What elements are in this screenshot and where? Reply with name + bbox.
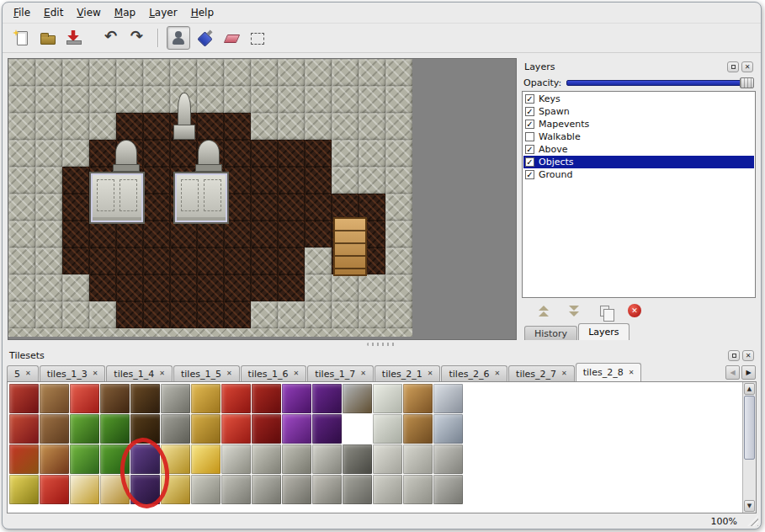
layer-row-ground[interactable]: ✓Ground (523, 168, 754, 181)
scrollbar-thumb[interactable] (744, 396, 755, 460)
layer-row-mapevents[interactable]: ✓Mapevents (523, 118, 754, 130)
tileset-tab-tiles_2_6[interactable]: tiles_2_6✕ (441, 365, 507, 381)
tile-loom-wood[interactable] (40, 384, 69, 413)
tile-obelisk-dark[interactable] (343, 444, 372, 474)
tab-close-icon[interactable]: ✕ (294, 370, 300, 377)
scrollbar-track[interactable] (744, 396, 755, 499)
tile-gold-pile[interactable] (191, 444, 220, 474)
tile-stone-door-bottom[interactable] (161, 414, 190, 444)
new-tool-button[interactable] (9, 26, 33, 50)
tab-close-icon[interactable]: ✕ (25, 370, 31, 377)
tileset-scrollbar[interactable]: ▲ ▼ (742, 382, 756, 513)
tileset-tab-tiles_1_7[interactable]: tiles_1_7✕ (307, 365, 374, 381)
scroll-down-button[interactable]: ▼ (744, 500, 755, 512)
tile-throne-purple-back[interactable] (312, 384, 342, 413)
tileset-tab-tiles_1_3[interactable]: tiles_1_3✕ (40, 365, 106, 381)
layer-visibility-checkbox[interactable]: ✓ (525, 120, 534, 129)
tileset-tab-5[interactable]: 5✕ (7, 365, 39, 381)
tile-stone-block[interactable] (373, 444, 402, 474)
tile-scepter-gold[interactable] (70, 475, 99, 504)
tile-statue-base[interactable] (221, 475, 251, 504)
layer-visibility-checkbox[interactable]: ✓ (525, 107, 534, 116)
delete-layer-button[interactable]: ✕ (626, 302, 643, 319)
scroll-tabs-left-button[interactable]: ◀ (725, 365, 740, 380)
splitter-handle[interactable] (3, 340, 761, 348)
tab-close-icon[interactable]: ✕ (561, 370, 567, 377)
save-tool-button[interactable] (61, 26, 85, 50)
tileset-tab-tiles_2_7[interactable]: tiles_2_7✕ (508, 365, 575, 381)
tile-pedestal[interactable] (343, 475, 372, 504)
resize-grip[interactable] (747, 515, 758, 526)
tile-chest-wood[interactable] (403, 384, 433, 413)
map-object-gravestone[interactable] (195, 140, 222, 172)
tile-shelf-light-2[interactable] (373, 414, 402, 444)
menu-view[interactable]: View (71, 4, 106, 21)
tile-bush-green[interactable] (100, 444, 130, 474)
scroll-up-button[interactable]: ▲ (744, 383, 755, 395)
map-object-cabinet[interactable] (89, 172, 145, 224)
tile-loom-wood-2[interactable] (40, 414, 69, 444)
tile-plant-small[interactable] (70, 444, 99, 474)
menu-edit[interactable]: Edit (38, 4, 69, 21)
tile-statue-angel[interactable] (221, 444, 251, 474)
tile-cabinet-dark-top[interactable] (130, 384, 160, 413)
layer-row-walkable[interactable]: Walkable (523, 130, 754, 143)
tile-cushion-red[interactable] (70, 384, 99, 413)
tile-armor-knight[interactable] (433, 414, 463, 444)
map-object-statue[interactable] (172, 93, 197, 140)
layer-visibility-checkbox[interactable]: ✓ (525, 170, 534, 179)
map-object-cabinet[interactable] (173, 172, 229, 224)
tile-banner-gold-red[interactable] (9, 444, 39, 474)
layer-visibility-checkbox[interactable]: ✓ (525, 94, 534, 104)
tab-close-icon[interactable]: ✕ (428, 370, 433, 377)
undo-tool-button[interactable] (100, 26, 124, 50)
tile-statue-winged[interactable] (312, 444, 342, 474)
stamp-tool-button[interactable] (167, 26, 190, 50)
menu-map[interactable]: Map (109, 4, 141, 21)
move-layer-down-button[interactable] (566, 302, 582, 319)
select-tool-button[interactable] (245, 26, 268, 50)
tile-gargoyle-base-right[interactable] (282, 475, 311, 504)
tab-close-icon[interactable]: ✕ (93, 370, 98, 377)
opacity-slider[interactable] (566, 77, 754, 89)
tile-plant-potted[interactable] (70, 414, 99, 444)
map-object-dresser[interactable] (333, 217, 367, 276)
close-panel-button[interactable]: ✕ (742, 350, 754, 361)
layer-visibility-checkbox[interactable]: ✓ (525, 157, 534, 167)
opacity-slider-handle[interactable] (740, 77, 754, 88)
map-canvas[interactable] (8, 59, 412, 337)
tileset-tab-tiles_1_5[interactable]: tiles_1_5✕ (173, 365, 240, 381)
tab-close-icon[interactable]: ✕ (494, 370, 500, 377)
tile-bookshelf[interactable] (40, 444, 69, 474)
tile-stone-block-4[interactable] (403, 475, 433, 504)
tile-banner-yellow[interactable] (9, 475, 39, 504)
layer-row-objects[interactable]: ✓Objects (523, 156, 754, 168)
tile-throne-purple-top[interactable] (282, 384, 311, 413)
layer-row-spawn[interactable]: ✓Spawn (523, 105, 754, 118)
fill-tool-button[interactable] (193, 26, 216, 50)
eraser-tool-button[interactable] (219, 26, 242, 50)
menu-layer[interactable]: Layer (143, 4, 183, 21)
tile-door-purple-top[interactable] (130, 444, 160, 474)
tile-gargoyle-right[interactable] (282, 444, 311, 474)
layer-row-above[interactable]: ✓Above (523, 143, 754, 156)
scroll-tabs-right-button[interactable]: ▶ (741, 365, 756, 380)
tab-close-icon[interactable]: ✕ (159, 370, 165, 377)
tile-gargoyle-base-left[interactable] (252, 475, 281, 504)
layer-visibility-checkbox[interactable]: ✓ (525, 145, 534, 154)
redo-tool-button[interactable] (126, 26, 150, 50)
float-panel-button[interactable] (728, 350, 740, 361)
tile-throne-red-back[interactable] (252, 384, 281, 413)
layer-row-keys[interactable]: ✓Keys (523, 93, 754, 105)
tile-banner-red[interactable] (9, 384, 39, 413)
close-panel-button[interactable]: ✕ (741, 61, 753, 72)
tile-throne-purple-dark-seat[interactable] (312, 414, 342, 444)
tile-banner-red-2[interactable] (9, 414, 39, 444)
tile-pouf-red[interactable] (40, 475, 69, 504)
tile-shelf-light[interactable] (373, 384, 402, 413)
menu-help[interactable]: Help (185, 4, 220, 21)
float-panel-button[interactable] (727, 61, 739, 72)
tile-throne-red-dark-seat[interactable] (252, 414, 281, 444)
menu-file[interactable]: File (8, 4, 36, 21)
tile-stone-block-3[interactable] (373, 475, 402, 504)
